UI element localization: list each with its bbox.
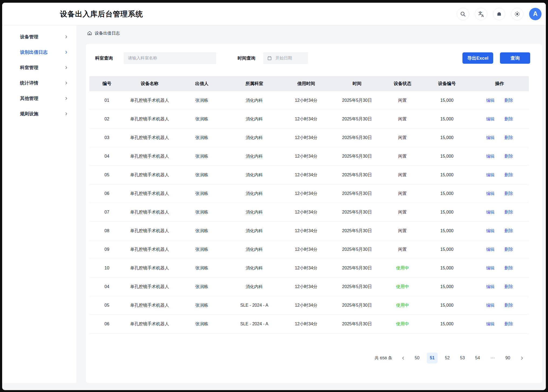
page-button[interactable]: ···	[487, 353, 498, 363]
edit-link[interactable]: 编辑	[486, 135, 495, 141]
cell-date: 2025年5月30日	[333, 147, 381, 165]
cell-lender: 张润栋	[175, 147, 229, 165]
export-excel-button[interactable]: 导出Excel	[462, 52, 493, 64]
sidebar-item[interactable]: 统计详情	[2, 75, 77, 91]
edit-link[interactable]: 编辑	[486, 116, 495, 122]
column-header: 设备名称	[124, 76, 175, 91]
sidebar-item-label: 其他管理	[20, 95, 38, 102]
edit-link[interactable]: 编辑	[486, 228, 495, 234]
delete-link[interactable]: 删除	[505, 191, 513, 197]
edit-link[interactable]: 编辑	[486, 98, 495, 103]
pagination: 共 658 条 50 51 52	[375, 353, 526, 363]
cell-actions: 编辑 删除	[470, 203, 529, 221]
page-button[interactable]: 90	[502, 353, 513, 363]
cell-actions: 编辑 删除	[470, 222, 529, 240]
content-card: 科室查询 时间查询 开始日期 导出Excel 查询 编号	[86, 44, 542, 383]
edit-link[interactable]: 编辑	[486, 284, 495, 290]
delete-link[interactable]: 删除	[505, 265, 513, 271]
sidebar-item[interactable]: 规则设施	[2, 106, 77, 121]
breadcrumb-label: 设备出借日志	[95, 31, 120, 36]
page-number: 90	[505, 356, 510, 360]
cell-lender: 张润栋	[175, 278, 229, 296]
cell-date: 2025年5月30日	[333, 240, 381, 259]
delete-link[interactable]: 删除	[505, 247, 513, 252]
calendar-icon	[267, 56, 272, 61]
page-button[interactable]: 54	[472, 353, 483, 363]
edit-link[interactable]: 编辑	[486, 191, 495, 197]
cell-device-name: 单孔腔镜手术机器人	[124, 129, 175, 147]
edit-link[interactable]: 编辑	[486, 303, 495, 308]
avatar[interactable]: A	[529, 8, 542, 20]
delete-link[interactable]: 删除	[505, 172, 513, 178]
column-header: 时间	[333, 76, 381, 91]
notification-button[interactable]	[493, 8, 505, 20]
svg-text:A: A	[481, 14, 484, 18]
delete-link[interactable]: 删除	[505, 135, 513, 141]
cell-device-name: 单孔腔镜手术机器人	[124, 110, 175, 128]
cell-device-id: 15,000	[424, 259, 470, 277]
cell-date: 2025年5月30日	[333, 184, 381, 203]
cell-department: SLE - 2024 - A	[229, 315, 280, 333]
delete-link[interactable]: 删除	[505, 321, 513, 327]
cell-lender: 张润栋	[175, 240, 229, 259]
page-button[interactable]: 52	[442, 353, 453, 363]
cell-status: 使用中	[381, 278, 424, 296]
cell-device-name: 单孔腔镜手术机器人	[124, 259, 175, 277]
table-row: 09 单孔腔镜手术机器人 张润栋 消化内科 12小时34分 2025年5月30日…	[89, 240, 529, 259]
sidebar-item[interactable]: 设备管理	[2, 29, 77, 45]
sidebar-item[interactable]: 科室管理	[2, 60, 77, 75]
prev-page-button[interactable]	[399, 353, 407, 363]
delete-link[interactable]: 删除	[505, 98, 513, 103]
cell-lender: 张润栋	[175, 222, 229, 240]
cell-actions: 编辑 删除	[470, 166, 529, 184]
delete-link[interactable]: 删除	[505, 154, 513, 159]
cell-department: 消化内科	[229, 110, 280, 128]
start-date-picker[interactable]: 开始日期	[263, 52, 308, 64]
dept-filter-label: 科室查询	[95, 52, 113, 64]
cell-no: 03	[89, 129, 124, 147]
delete-link[interactable]: 删除	[505, 116, 513, 122]
edit-link[interactable]: 编辑	[486, 247, 495, 252]
cell-device-name: 单孔腔镜手术机器人	[124, 296, 175, 315]
cell-lender: 张润栋	[175, 110, 229, 128]
delete-link[interactable]: 删除	[505, 209, 513, 215]
page-button[interactable]: 53	[457, 353, 468, 363]
sidebar-item[interactable]: 设别出借日志	[2, 45, 77, 60]
cell-no: 05	[89, 166, 124, 184]
next-page-button[interactable]	[517, 353, 526, 363]
edit-link[interactable]: 编辑	[486, 321, 495, 327]
cell-no: 09	[89, 240, 124, 259]
edit-link[interactable]: 编辑	[486, 154, 495, 159]
delete-link[interactable]: 删除	[505, 303, 513, 308]
chevron-right-icon	[65, 35, 68, 39]
cell-lender: 张润栋	[175, 203, 229, 221]
cell-no: 04	[89, 147, 124, 165]
cell-device-id: 15,000	[424, 222, 470, 240]
page-button[interactable]: 51	[427, 353, 438, 363]
column-header: 所属科室	[229, 76, 280, 91]
page-number: 51	[430, 356, 435, 360]
cell-date: 2025年5月30日	[333, 278, 381, 296]
query-button[interactable]: 查询	[500, 52, 530, 64]
sidebar-item[interactable]: 其他管理	[2, 91, 77, 106]
edit-link[interactable]: 编辑	[486, 209, 495, 215]
search-button[interactable]	[457, 8, 469, 20]
cell-no: 10	[89, 259, 124, 277]
page-button[interactable]: 50	[412, 353, 422, 363]
cell-date: 2025年5月30日	[333, 203, 381, 221]
cell-device-id: 15,000	[424, 110, 470, 128]
table-row: 05 单孔腔镜手术机器人 张润栋 消化内科 12小时34分 2025年5月30日…	[89, 166, 529, 184]
dept-search-input[interactable]	[124, 52, 216, 64]
cell-no: 06	[89, 315, 124, 333]
edit-link[interactable]: 编辑	[486, 265, 495, 271]
home-icon[interactable]	[87, 31, 92, 36]
translate-button[interactable]: 文 A	[475, 8, 487, 20]
cell-device-id: 15,000	[424, 315, 470, 333]
edit-link[interactable]: 编辑	[486, 172, 495, 178]
table-row: 04 单孔腔镜手术机器人 张润栋 消化内科 12小时34分 2025年5月30日…	[89, 278, 529, 296]
theme-button[interactable]	[511, 8, 523, 20]
page-number: ···	[491, 356, 495, 360]
delete-link[interactable]: 删除	[505, 228, 513, 234]
delete-link[interactable]: 删除	[505, 284, 513, 290]
cell-duration: 12小时34分	[280, 278, 333, 296]
